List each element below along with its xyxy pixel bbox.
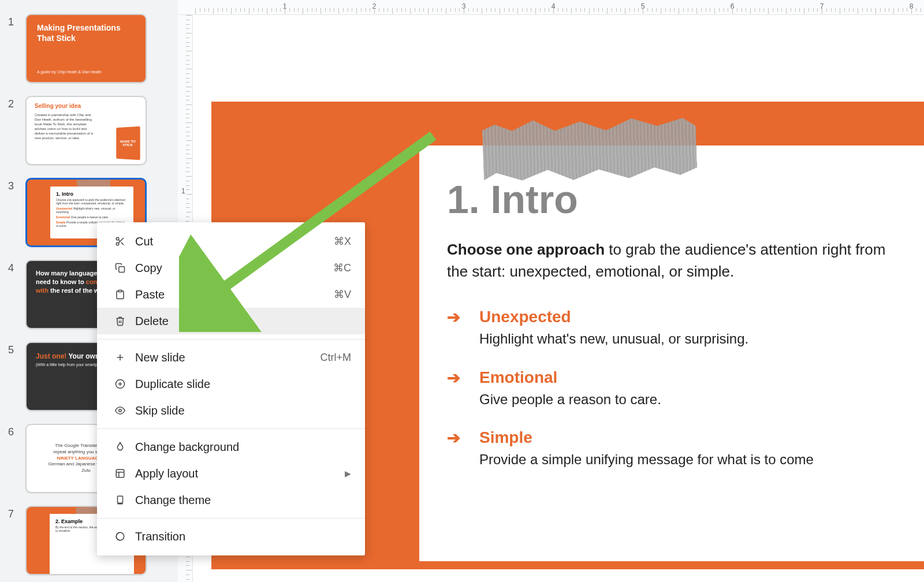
thumb-heading: Selling your idea	[35, 103, 137, 110]
slide-point-1[interactable]: ➔ Unexpected Highlight what's new, unusu…	[447, 308, 893, 348]
arrow-icon: ➔	[447, 308, 479, 348]
slide-point-2[interactable]: ➔ Emotional Give people a reason to care…	[447, 368, 893, 409]
point-title: Simple	[479, 428, 814, 447]
menu-separator	[97, 428, 365, 429]
menu-label: Change background	[135, 441, 351, 454]
thumb-number: 2	[8, 96, 25, 110]
thumb-heading: 1. Intro	[56, 191, 128, 197]
menu-label: Change theme	[135, 494, 351, 507]
svg-point-0	[116, 237, 119, 240]
point-title: Emotional	[479, 368, 661, 387]
point-body: Highlight what's new, unusual, or surpri…	[479, 330, 748, 348]
menu-label: Duplicate slide	[135, 378, 351, 391]
menu-shortcut: ⌘X	[334, 235, 351, 248]
thumbnail-2[interactable]: 2 Selling your idea Created in partnersh…	[8, 96, 154, 165]
menu-change-theme[interactable]: Change theme	[97, 487, 365, 513]
thumb-body: Created in partnership with Chip and Dan…	[35, 113, 96, 141]
book-icon: MADE TO STICK	[116, 126, 140, 161]
plus-icon	[111, 352, 129, 363]
svg-rect-6	[118, 290, 122, 292]
thumb-number: 7	[8, 506, 25, 520]
thumb-number: 3	[8, 178, 25, 192]
copy-icon	[111, 263, 129, 273]
submenu-arrow-icon: ▶	[345, 469, 351, 478]
menu-cut[interactable]: Cut ⌘X	[97, 228, 365, 255]
slide-title[interactable]: 1. Intro	[447, 177, 893, 222]
slide-content-card[interactable]: 1. Intro Choose one approach to grab the…	[419, 146, 924, 561]
svg-line-3	[121, 242, 124, 245]
menu-label: Skip slide	[135, 404, 351, 417]
theme-icon	[111, 495, 129, 505]
menu-label: Copy	[135, 262, 333, 275]
svg-point-1	[116, 242, 119, 245]
svg-rect-13	[116, 469, 124, 477]
menu-apply-layout[interactable]: Apply layout ▶	[97, 460, 365, 487]
menu-copy[interactable]: Copy ⌘C	[97, 255, 365, 281]
thumb-number: 5	[8, 342, 25, 356]
svg-rect-5	[119, 267, 125, 273]
menu-label: Transition	[135, 530, 351, 543]
menu-separator	[97, 339, 365, 339]
thumbnail-1[interactable]: 1 Making Presentations That Stick A guid…	[8, 14, 154, 83]
arrow-icon: ➔	[447, 428, 479, 469]
menu-transition[interactable]: Transition	[97, 523, 365, 550]
drop-icon	[111, 442, 129, 452]
menu-shortcut: ⌘C	[333, 262, 351, 274]
thumb-number: 6	[8, 424, 25, 438]
ruler-tick: 1	[181, 187, 185, 195]
menu-duplicate-slide[interactable]: Duplicate slide	[97, 371, 365, 397]
menu-paste[interactable]: Paste ⌘V	[97, 281, 365, 308]
menu-label: Paste	[135, 288, 334, 301]
scissors-icon	[111, 236, 129, 247]
menu-label: New slide	[135, 351, 321, 364]
horizontal-ruler: 1 2 3 4 5 6 7 8	[178, 0, 924, 15]
trash-icon	[111, 316, 129, 326]
menu-label: Cut	[135, 235, 334, 248]
point-body: Provide a simple unifying message for wh…	[479, 450, 814, 469]
layout-icon	[111, 468, 129, 479]
point-body: Give people a reason to care.	[479, 390, 661, 409]
menu-label: Apply layout	[135, 467, 345, 480]
thumb-body: Choose one approach to grab the audience…	[56, 198, 128, 205]
menu-shortcut: Ctrl+M	[321, 352, 352, 364]
menu-shortcut: ⌘V	[334, 288, 351, 301]
menu-skip-slide[interactable]: Skip slide	[97, 397, 365, 424]
point-title: Unexpected	[479, 308, 748, 326]
slide-lead[interactable]: Choose one approach to grab the audience…	[447, 239, 893, 282]
menu-label: Delete	[135, 315, 351, 328]
clipboard-icon	[111, 289, 129, 300]
thumb-point: Emotional	[56, 215, 70, 219]
arrow-icon: ➔	[447, 368, 479, 409]
svg-point-12	[119, 409, 122, 412]
slide-point-3[interactable]: ➔ Simple Provide a simple unifying messa…	[447, 428, 893, 469]
thumb-number: 4	[8, 260, 25, 274]
eye-icon	[111, 405, 129, 416]
thumb-title: Making Presentations That Stick	[37, 23, 135, 43]
context-menu: Cut ⌘X Copy ⌘C Paste ⌘V Delete New slide…	[97, 222, 365, 555]
menu-change-background[interactable]: Change background	[97, 434, 365, 460]
menu-new-slide[interactable]: New slide Ctrl+M	[97, 344, 365, 371]
thumb-subtitle: A guide by Chip Heath & Dan Heath	[37, 70, 135, 74]
thumb-point-body: Give people a reason to care.	[71, 215, 109, 219]
menu-separator	[97, 518, 365, 518]
transition-icon	[111, 531, 129, 542]
menu-delete[interactable]: Delete	[97, 308, 365, 334]
svg-rect-16	[118, 496, 123, 503]
duplicate-icon	[111, 379, 129, 389]
thumb-number: 1	[8, 14, 25, 28]
svg-line-4	[118, 240, 120, 241]
